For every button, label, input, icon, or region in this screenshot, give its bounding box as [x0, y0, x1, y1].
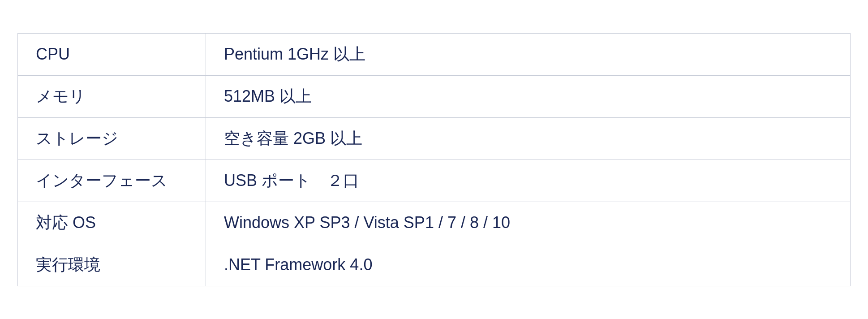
- cell-value: USB ポート ２口: [206, 160, 850, 202]
- cell-value: 512MB 以上: [206, 76, 850, 117]
- cell-label: インターフェース: [18, 160, 206, 202]
- table-row: ストレージ空き容量 2GB 以上: [18, 118, 850, 160]
- cell-value: Windows XP SP3 / Vista SP1 / 7 / 8 / 10: [206, 202, 850, 244]
- cell-value: 空き容量 2GB 以上: [206, 118, 850, 160]
- cell-value: Pentium 1GHz 以上: [206, 34, 850, 75]
- table-row: メモリ512MB 以上: [18, 76, 850, 118]
- cell-label: メモリ: [18, 76, 206, 117]
- cell-label: 対応 OS: [18, 202, 206, 244]
- cell-label: 実行環境: [18, 244, 206, 286]
- table-row: 実行環境.NET Framework 4.0: [18, 244, 850, 286]
- specs-table: CPUPentium 1GHz 以上メモリ512MB 以上ストレージ空き容量 2…: [17, 33, 851, 286]
- cell-label: ストレージ: [18, 118, 206, 160]
- table-row: 対応 OSWindows XP SP3 / Vista SP1 / 7 / 8 …: [18, 202, 850, 244]
- cell-label: CPU: [18, 34, 206, 75]
- cell-value: .NET Framework 4.0: [206, 244, 850, 286]
- table-row: インターフェースUSB ポート ２口: [18, 160, 850, 202]
- table-row: CPUPentium 1GHz 以上: [18, 34, 850, 76]
